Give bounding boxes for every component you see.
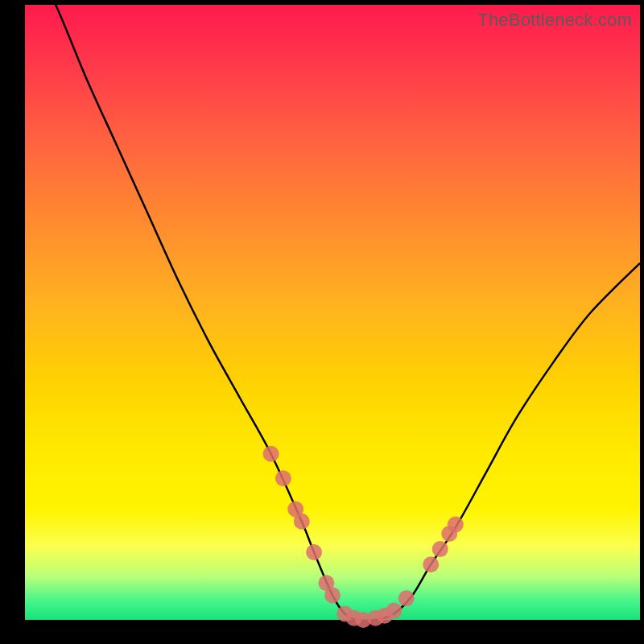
- bottleneck-curve: [25, 0, 640, 621]
- curve-marker: [448, 517, 464, 533]
- curve-marker: [398, 590, 415, 606]
- curve-marker: [275, 470, 291, 486]
- curve-markers: [263, 446, 464, 628]
- curve-marker: [386, 603, 402, 619]
- chart-frame: TheBottleneck.com: [0, 0, 644, 644]
- curve-marker: [423, 556, 439, 572]
- curve-marker: [306, 544, 322, 560]
- curve-marker: [294, 514, 310, 530]
- curve-marker: [432, 541, 448, 557]
- plot-area: TheBottleneck.com: [25, 5, 640, 620]
- curve-marker: [263, 446, 279, 462]
- curve-layer: [25, 5, 640, 620]
- curve-marker: [324, 587, 341, 603]
